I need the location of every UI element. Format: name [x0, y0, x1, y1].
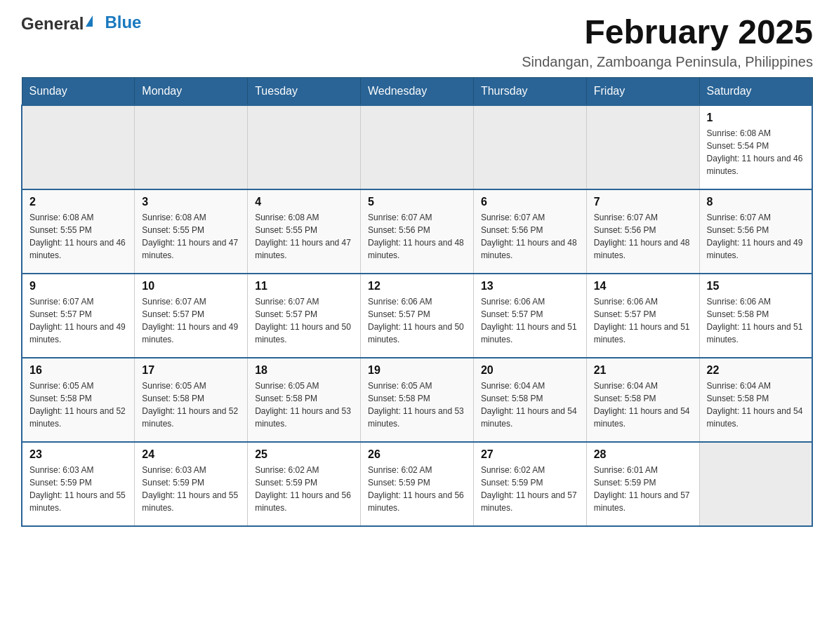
- day-number: 12: [368, 280, 466, 293]
- table-row: 15Sunrise: 6:06 AMSunset: 5:58 PMDayligh…: [699, 274, 812, 358]
- logo-mark: General: [21, 14, 95, 34]
- day-info: Sunrise: 6:07 AMSunset: 5:56 PMDaylight:…: [368, 211, 466, 262]
- table-row: [586, 105, 699, 189]
- logo-triangle-icon: [86, 15, 93, 27]
- day-info: Sunrise: 6:08 AMSunset: 5:55 PMDaylight:…: [255, 211, 353, 262]
- table-row: [135, 105, 248, 189]
- day-info: Sunrise: 6:04 AMSunset: 5:58 PMDaylight:…: [594, 380, 692, 430]
- table-row: 14Sunrise: 6:06 AMSunset: 5:57 PMDayligh…: [586, 274, 699, 358]
- calendar-week-row: 23Sunrise: 6:03 AMSunset: 5:59 PMDayligh…: [22, 442, 812, 526]
- table-row: 22Sunrise: 6:04 AMSunset: 5:58 PMDayligh…: [699, 358, 812, 442]
- table-row: 27Sunrise: 6:02 AMSunset: 5:59 PMDayligh…: [473, 442, 586, 526]
- table-row: 11Sunrise: 6:07 AMSunset: 5:57 PMDayligh…: [248, 274, 361, 358]
- day-number: 20: [481, 364, 579, 377]
- day-number: 13: [481, 280, 579, 293]
- col-monday: Monday: [135, 77, 248, 105]
- day-info: Sunrise: 6:08 AMSunset: 5:55 PMDaylight:…: [29, 211, 127, 262]
- day-info: Sunrise: 6:05 AMSunset: 5:58 PMDaylight:…: [142, 380, 240, 430]
- calendar-week-row: 2Sunrise: 6:08 AMSunset: 5:55 PMDaylight…: [22, 189, 812, 274]
- day-info: Sunrise: 6:02 AMSunset: 5:59 PMDaylight:…: [368, 464, 466, 514]
- day-number: 23: [29, 448, 127, 461]
- day-number: 11: [255, 280, 353, 293]
- table-row: 28Sunrise: 6:01 AMSunset: 5:59 PMDayligh…: [586, 442, 699, 526]
- day-info: Sunrise: 6:07 AMSunset: 5:57 PMDaylight:…: [255, 295, 353, 346]
- day-number: 18: [255, 364, 353, 377]
- table-row: 13Sunrise: 6:06 AMSunset: 5:57 PMDayligh…: [473, 274, 586, 358]
- day-number: 25: [255, 448, 353, 461]
- col-tuesday: Tuesday: [248, 77, 361, 105]
- table-row: 12Sunrise: 6:06 AMSunset: 5:57 PMDayligh…: [361, 274, 474, 358]
- day-info: Sunrise: 6:07 AMSunset: 5:57 PMDaylight:…: [29, 295, 127, 346]
- day-number: 3: [142, 196, 240, 208]
- col-wednesday: Wednesday: [361, 77, 474, 105]
- day-info: Sunrise: 6:08 AMSunset: 5:54 PMDaylight:…: [707, 127, 805, 177]
- table-row: 6Sunrise: 6:07 AMSunset: 5:56 PMDaylight…: [473, 189, 586, 274]
- day-number: 10: [142, 280, 240, 293]
- table-row: 23Sunrise: 6:03 AMSunset: 5:59 PMDayligh…: [22, 442, 135, 526]
- table-row: 21Sunrise: 6:04 AMSunset: 5:58 PMDayligh…: [586, 358, 699, 442]
- calendar-header-row: Sunday Monday Tuesday Wednesday Thursday…: [22, 77, 812, 105]
- calendar-week-row: 16Sunrise: 6:05 AMSunset: 5:58 PMDayligh…: [22, 358, 812, 442]
- day-number: 27: [481, 448, 579, 461]
- table-row: 17Sunrise: 6:05 AMSunset: 5:58 PMDayligh…: [135, 358, 248, 442]
- col-friday: Friday: [586, 77, 699, 105]
- day-number: 1: [707, 112, 805, 124]
- table-row: 18Sunrise: 6:05 AMSunset: 5:58 PMDayligh…: [248, 358, 361, 442]
- title-block: February 2025 Sindangan, Zamboanga Penin…: [522, 14, 813, 70]
- logo-general-text: General: [21, 14, 84, 34]
- day-number: 8: [707, 196, 805, 208]
- day-info: Sunrise: 6:07 AMSunset: 5:56 PMDaylight:…: [481, 211, 579, 262]
- day-info: Sunrise: 6:06 AMSunset: 5:57 PMDaylight:…: [481, 295, 579, 346]
- day-info: Sunrise: 6:03 AMSunset: 5:59 PMDaylight:…: [29, 464, 127, 514]
- day-info: Sunrise: 6:07 AMSunset: 5:57 PMDaylight:…: [142, 295, 240, 346]
- table-row: 5Sunrise: 6:07 AMSunset: 5:56 PMDaylight…: [361, 189, 474, 274]
- day-info: Sunrise: 6:06 AMSunset: 5:58 PMDaylight:…: [707, 295, 805, 346]
- day-number: 19: [368, 364, 466, 377]
- day-number: 22: [707, 364, 805, 377]
- day-info: Sunrise: 6:01 AMSunset: 5:59 PMDaylight:…: [594, 464, 692, 514]
- day-info: Sunrise: 6:05 AMSunset: 5:58 PMDaylight:…: [29, 380, 127, 430]
- day-number: 14: [594, 280, 692, 293]
- table-row: 9Sunrise: 6:07 AMSunset: 5:57 PMDaylight…: [22, 274, 135, 358]
- col-saturday: Saturday: [699, 77, 812, 105]
- calendar-week-row: 1Sunrise: 6:08 AMSunset: 5:54 PMDaylight…: [22, 105, 812, 189]
- day-number: 28: [594, 448, 692, 461]
- location-subtitle: Sindangan, Zamboanga Peninsula, Philippi…: [522, 54, 813, 70]
- table-row: 3Sunrise: 6:08 AMSunset: 5:55 PMDaylight…: [135, 189, 248, 274]
- day-info: Sunrise: 6:05 AMSunset: 5:58 PMDaylight:…: [368, 380, 466, 430]
- day-number: 17: [142, 364, 240, 377]
- table-row: [473, 105, 586, 189]
- table-row: [699, 442, 812, 526]
- table-row: 24Sunrise: 6:03 AMSunset: 5:59 PMDayligh…: [135, 442, 248, 526]
- day-number: 4: [255, 196, 353, 208]
- day-number: 21: [594, 364, 692, 377]
- day-number: 15: [707, 280, 805, 293]
- table-row: 16Sunrise: 6:05 AMSunset: 5:58 PMDayligh…: [22, 358, 135, 442]
- col-sunday: Sunday: [22, 77, 135, 105]
- table-row: 25Sunrise: 6:02 AMSunset: 5:59 PMDayligh…: [248, 442, 361, 526]
- day-number: 9: [29, 280, 127, 293]
- day-number: 24: [142, 448, 240, 461]
- table-row: 26Sunrise: 6:02 AMSunset: 5:59 PMDayligh…: [361, 442, 474, 526]
- day-info: Sunrise: 6:08 AMSunset: 5:55 PMDaylight:…: [142, 211, 240, 262]
- month-title: February 2025: [522, 14, 813, 51]
- day-number: 5: [368, 196, 466, 208]
- day-info: Sunrise: 6:02 AMSunset: 5:59 PMDaylight:…: [255, 464, 353, 514]
- table-row: [248, 105, 361, 189]
- day-number: 16: [29, 364, 127, 377]
- day-info: Sunrise: 6:04 AMSunset: 5:58 PMDaylight:…: [707, 380, 805, 430]
- day-info: Sunrise: 6:03 AMSunset: 5:59 PMDaylight:…: [142, 464, 240, 514]
- table-row: 7Sunrise: 6:07 AMSunset: 5:56 PMDaylight…: [586, 189, 699, 274]
- day-info: Sunrise: 6:02 AMSunset: 5:59 PMDaylight:…: [481, 464, 579, 514]
- col-thursday: Thursday: [473, 77, 586, 105]
- table-row: [361, 105, 474, 189]
- page-header: General Blue February 2025 Sindangan, Za…: [21, 14, 813, 70]
- table-row: 1Sunrise: 6:08 AMSunset: 5:54 PMDaylight…: [699, 105, 812, 189]
- table-row: 8Sunrise: 6:07 AMSunset: 5:56 PMDaylight…: [699, 189, 812, 274]
- table-row: 19Sunrise: 6:05 AMSunset: 5:58 PMDayligh…: [361, 358, 474, 442]
- logo-blue-text: Blue: [105, 13, 141, 32]
- table-row: 20Sunrise: 6:04 AMSunset: 5:58 PMDayligh…: [473, 358, 586, 442]
- day-number: 7: [594, 196, 692, 208]
- day-info: Sunrise: 6:07 AMSunset: 5:56 PMDaylight:…: [594, 211, 692, 262]
- calendar-table: Sunday Monday Tuesday Wednesday Thursday…: [21, 77, 813, 527]
